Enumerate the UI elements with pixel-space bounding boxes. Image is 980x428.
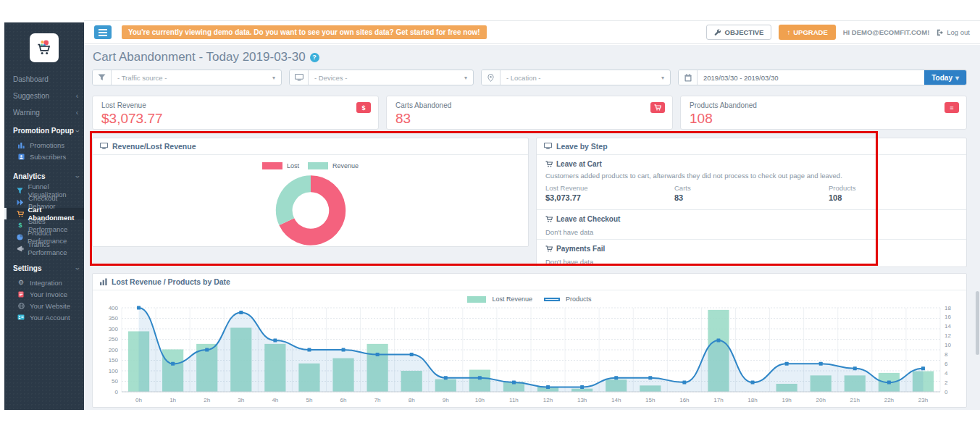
sidebar-item-promotions[interactable]: Promotions [4, 139, 84, 151]
stat-value: $3,073.77 [101, 111, 369, 127]
svg-text:18h: 18h [747, 397, 757, 403]
svg-text:8h: 8h [409, 397, 415, 403]
chevron-left-icon: ‹ [76, 109, 78, 117]
svg-text:11h: 11h [509, 397, 519, 403]
help-icon[interactable]: ? [310, 53, 319, 62]
sidebar-item-your-website[interactable]: Your Website [4, 300, 84, 311]
sidebar: Dashboard Suggestion‹ Warning‹ Promotion… [4, 22, 84, 410]
svg-text:19h: 19h [782, 397, 791, 403]
location-select[interactable]: - Location -▾ [501, 70, 670, 85]
sidebar-item-your-invoice[interactable]: Your Invoice [4, 288, 84, 300]
chevron-down-icon: ‹ [73, 267, 80, 269]
id-card-icon [16, 314, 26, 320]
svg-text:15h: 15h [645, 397, 655, 403]
svg-text:200: 200 [109, 347, 119, 353]
step-stat-label: Lost Revenue [545, 184, 674, 192]
svg-text:0: 0 [115, 389, 119, 395]
sidebar-item-integration[interactable]: ⚙ Integration [4, 277, 84, 288]
devices-filter: - Devices -▾ [289, 70, 474, 85]
gear-icon: ⚙ [16, 279, 26, 286]
svg-text:7h: 7h [374, 397, 381, 403]
sidebar-item-dashboard[interactable]: Dashboard [4, 71, 84, 88]
scrollbar-thumb[interactable] [976, 291, 979, 355]
devices-select[interactable]: - Devices -▾ [309, 70, 473, 85]
stat-value: 108 [690, 111, 958, 127]
calendar-icon [679, 70, 698, 85]
sidebar-item-subscribers[interactable]: Subscribers [4, 151, 84, 162]
location-pin-icon [482, 70, 501, 85]
step-stat-label: Products [829, 184, 856, 192]
panel-title: Lost Revenue / Products by Date [112, 277, 230, 286]
svg-text:21h: 21h [850, 397, 860, 403]
date-range-input[interactable]: 2019/03/30 - 2019/03/30 [698, 70, 924, 85]
product-icon [16, 234, 24, 240]
svg-text:14h: 14h [611, 397, 621, 403]
wrench-icon [714, 29, 721, 36]
upgrade-button[interactable]: ↑ UPGRADE [779, 25, 835, 40]
chevron-left-icon: ‹ [76, 93, 78, 100]
logout-link[interactable]: Log out [937, 28, 970, 36]
svg-text:12: 12 [945, 332, 951, 339]
stat-cards: Lost Revenue $3,073.77 $ Carts Abandoned… [92, 96, 967, 130]
svg-text:3h: 3h [238, 397, 244, 403]
svg-text:22h: 22h [884, 397, 894, 403]
legend-swatch-lost [262, 162, 282, 169]
sidebar-item-your-account[interactable]: Your Account [4, 311, 84, 323]
traffic-source-select[interactable]: - Traffic source -▾ [112, 70, 281, 85]
empty-data-text: Don't have data [545, 258, 958, 266]
funnel-icon [16, 188, 24, 194]
caret-down-icon: ▾ [661, 75, 664, 81]
panel-title: Leave by Step [556, 142, 608, 151]
svg-text:14: 14 [945, 323, 951, 330]
step-stat-value: 108 [829, 193, 856, 202]
app-logo[interactable] [30, 33, 59, 62]
promotions-icon [16, 142, 26, 148]
step-description: Customers added products to cart, afterw… [545, 172, 958, 180]
cart-icon [16, 211, 24, 217]
cart-badge-icon [650, 102, 665, 113]
double-arrow-icon [16, 199, 25, 206]
svg-text:400: 400 [109, 305, 119, 311]
leave-at-checkout-step: Leave at Checkout Don't have data [537, 210, 966, 240]
step-stat-value: 83 [674, 193, 829, 202]
svg-text:6: 6 [945, 361, 948, 367]
sidebar-item-warning[interactable]: Warning‹ [4, 104, 84, 121]
svg-text:100: 100 [109, 368, 119, 374]
empty-data-text: Don't have data [545, 228, 958, 236]
arrow-up-icon: ↑ [787, 28, 790, 36]
stat-label: Carts Abandoned [395, 101, 663, 109]
sidebar-section-promotion-popup[interactable]: Promotion Popup‹ [4, 122, 84, 139]
svg-text:17h: 17h [713, 397, 723, 403]
revenue-lost-revenue-panel: Revenue/Lost Revenue Lost Revenue [92, 138, 529, 247]
svg-text:20h: 20h [816, 397, 826, 403]
sidebar-section-settings[interactable]: Settings‹ [4, 260, 84, 277]
today-button[interactable]: Today▾ [924, 70, 966, 85]
hamburger-menu-button[interactable] [94, 25, 112, 39]
svg-text:16: 16 [945, 314, 951, 320]
svg-text:5h: 5h [306, 397, 313, 403]
svg-text:150: 150 [109, 357, 119, 364]
panel-title: Revenue/Lost Revenue [112, 142, 196, 151]
donut-legend: Lost Revenue [262, 162, 359, 169]
caret-down-icon: ▾ [955, 74, 959, 82]
sidebar-item-traffics-performance[interactable]: Traffics Performance [4, 243, 84, 254]
sidebar-item-suggestion[interactable]: Suggestion‹ [4, 88, 84, 104]
svg-text:1h: 1h [169, 397, 176, 403]
svg-text:10h: 10h [475, 397, 485, 403]
step-stat-label: Carts [674, 184, 829, 192]
topbar: You're currently viewing demo data. Do y… [84, 20, 980, 44]
revenue-donut-chart [273, 174, 348, 247]
payments-fail-step: Payments Fail Don't have data [537, 240, 966, 267]
cart-logo-icon [35, 38, 54, 57]
svg-text:10: 10 [945, 342, 951, 348]
stat-label: Products Abandoned [690, 101, 958, 109]
demo-data-banner[interactable]: You're currently viewing demo data. Do y… [122, 25, 487, 39]
filters-bar: - Traffic source -▾ - Devices -▾ - Locat… [92, 70, 967, 85]
user-greeting: HI DEMO@ECOMFIT.COM! [843, 28, 930, 36]
scrollbar[interactable] [975, 45, 980, 410]
svg-text:4h: 4h [272, 397, 278, 403]
cart-icon [545, 216, 553, 222]
svg-text:23h: 23h [918, 397, 928, 403]
objective-button[interactable]: OBJECTIVE [706, 25, 772, 40]
svg-text:250: 250 [109, 336, 119, 343]
